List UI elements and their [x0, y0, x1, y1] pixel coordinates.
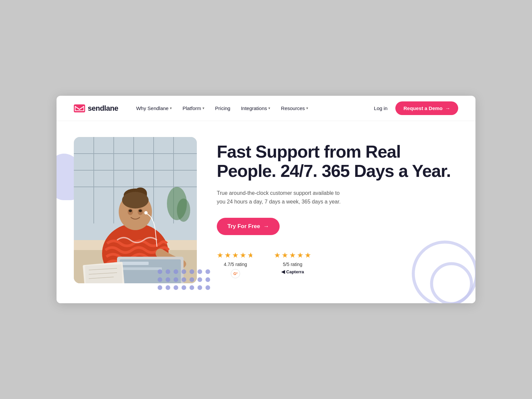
navigation: sendlane Why Sendlane ▾ Platform ▾ Prici…: [57, 96, 475, 121]
svg-rect-32: [85, 264, 122, 283]
svg-rect-29: [122, 262, 149, 265]
svg-point-11: [177, 199, 190, 222]
hero-section: Fast Support from Real People. 24/7. 365…: [57, 121, 475, 303]
hero-content: Fast Support from Real People. 24/7. 365…: [217, 142, 458, 279]
login-button[interactable]: Log in: [374, 105, 388, 111]
capterra-stars: ★ ★ ★ ★ ★: [274, 251, 311, 260]
chevron-down-icon: ▾: [306, 106, 308, 110]
svg-point-25: [144, 211, 148, 214]
svg-point-37: [432, 264, 471, 303]
svg-point-24: [139, 209, 142, 212]
svg-point-36: [413, 242, 475, 303]
hero-subtitle: True around-the-clock customer support a…: [217, 189, 343, 206]
g2-rating-block: ★ ★ ★ ★ ★ ★ 4.7/5 rating G²: [217, 251, 254, 278]
nav-links: Why Sendlane ▾ Platform ▾ Pricing Integr…: [131, 103, 374, 114]
capterra-icon: ◀: [281, 269, 285, 274]
hero-title: Fast Support from Real People. 24/7. 365…: [217, 142, 458, 181]
decorative-circle-outer: [408, 237, 475, 303]
svg-rect-0: [74, 104, 85, 112]
g2-stars: ★ ★ ★ ★ ★ ★: [217, 251, 254, 260]
hero-image: [74, 137, 197, 283]
capterra-score: 5/5 rating: [283, 262, 302, 267]
browser-window: sendlane Why Sendlane ▾ Platform ▾ Prici…: [57, 96, 475, 303]
g2-logo-icon: G²: [231, 269, 240, 278]
capterra-logo: ◀ Capterra: [281, 269, 304, 274]
nav-item-platform[interactable]: Platform ▾: [178, 103, 209, 114]
capterra-rating-block: ★ ★ ★ ★ ★ 5/5 rating ◀ Capterra: [274, 251, 311, 274]
logo-icon: [74, 104, 85, 112]
nav-item-integrations[interactable]: Integrations ▾: [236, 103, 275, 114]
nav-item-resources[interactable]: Resources ▾: [276, 103, 313, 114]
g2-score: 4.7/5 rating: [224, 262, 247, 267]
chevron-down-icon: ▾: [202, 106, 204, 110]
chevron-down-icon: ▾: [170, 106, 172, 110]
hero-image-area: [74, 137, 197, 283]
nav-item-why-sendlane[interactable]: Why Sendlane ▾: [131, 103, 177, 114]
nav-right: Log in Request a Demo →: [374, 101, 458, 115]
logo-text: sendlane: [88, 104, 118, 113]
nav-item-pricing[interactable]: Pricing: [210, 103, 235, 114]
svg-point-20: [122, 192, 149, 208]
svg-point-23: [129, 209, 132, 212]
chevron-down-icon: ▾: [268, 106, 270, 110]
try-for-free-button[interactable]: Try For Free →: [217, 218, 280, 235]
request-demo-button[interactable]: Request a Demo →: [395, 101, 458, 115]
g2-logo: G²: [231, 269, 240, 278]
dots-decoration: [158, 269, 210, 290]
logo[interactable]: sendlane: [74, 104, 118, 113]
svg-rect-30: [122, 267, 162, 270]
